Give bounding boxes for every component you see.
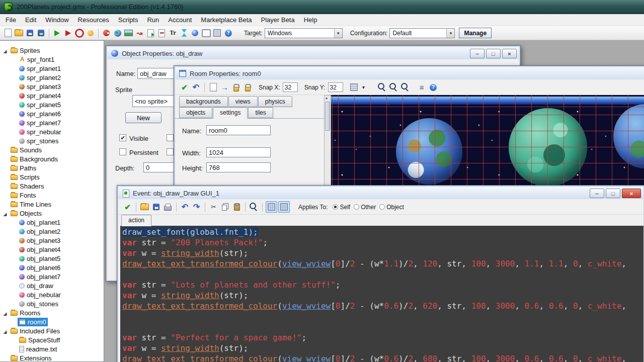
create-script-icon[interactable] bbox=[145, 28, 156, 38]
collapse-arrow-icon[interactable] bbox=[1, 210, 9, 217]
tree-item-obj-stones[interactable]: obj_stones bbox=[0, 299, 104, 308]
tree-item-backgrounds[interactable]: Backgrounds bbox=[0, 154, 104, 163]
tree-item-spacestuff[interactable]: SpaceStuff bbox=[0, 335, 104, 344]
room-width-input[interactable]: 1024 bbox=[206, 147, 271, 157]
code-line[interactable]: var str = "200 Planets Pack!"; bbox=[122, 237, 643, 248]
tree-item-spr-planet7[interactable]: spr_planet7 bbox=[0, 118, 104, 127]
menu-item-account[interactable]: Account bbox=[164, 15, 196, 25]
applies-self-radio[interactable]: Self bbox=[333, 204, 350, 211]
tree-item-spr-planet1[interactable]: spr_planet1 bbox=[0, 64, 104, 73]
tab-physics[interactable]: physics bbox=[258, 96, 292, 107]
cut-icon[interactable] bbox=[208, 202, 219, 212]
tree-item-spr-planet3[interactable]: spr_planet3 bbox=[0, 82, 104, 91]
tree-item-obj-nebular[interactable]: obj_nebular bbox=[0, 290, 104, 299]
snap-x-input[interactable]: 32 bbox=[283, 82, 298, 92]
confirm-code-icon[interactable] bbox=[122, 202, 133, 212]
tree-item-obj-planet2[interactable]: obj_planet2 bbox=[0, 227, 104, 236]
code-line[interactable]: var w = string_width(str); bbox=[122, 290, 643, 301]
open-project-icon[interactable] bbox=[14, 28, 24, 38]
tree-item-fonts[interactable]: Fonts bbox=[0, 191, 104, 200]
menu-item-resources[interactable]: Resources bbox=[73, 15, 114, 25]
manage-button[interactable]: Manage bbox=[459, 28, 492, 38]
undo-icon[interactable] bbox=[180, 202, 190, 212]
tree-item-obj-planet4[interactable]: obj_planet4 bbox=[0, 245, 104, 254]
menu-item-scripts[interactable]: Scripts bbox=[114, 15, 143, 25]
code-line[interactable]: var str = "Perfect for a space game!"; bbox=[122, 332, 643, 343]
tree-item-readme-txt[interactable]: readme.txt bbox=[0, 344, 104, 353]
solid-checkbox[interactable] bbox=[167, 134, 174, 141]
minimize-button[interactable] bbox=[590, 189, 604, 198]
event-window-title-bar[interactable]: Event: obj_draw_Draw GUI_1 bbox=[118, 187, 643, 200]
undo-icon[interactable] bbox=[191, 82, 201, 93]
create-object-icon[interactable] bbox=[190, 28, 200, 38]
zoom-out-icon[interactable] bbox=[388, 82, 399, 93]
tab-settings[interactable]: settings bbox=[213, 107, 248, 119]
lock-instances-icon[interactable] bbox=[231, 82, 242, 93]
room-name-input[interactable]: room0 bbox=[206, 125, 271, 135]
tree-item-obj-planet5[interactable]: obj_planet5 bbox=[0, 254, 104, 263]
menu-item-file[interactable]: File bbox=[1, 15, 21, 25]
applies-object-radio[interactable]: Object bbox=[379, 204, 404, 211]
check-syntax-toggle-button[interactable] bbox=[266, 201, 277, 213]
tree-item-spr-planet2[interactable]: spr_planet2 bbox=[0, 73, 104, 82]
close-button[interactable] bbox=[622, 189, 641, 198]
tree-item-paths[interactable]: Paths bbox=[0, 163, 104, 172]
create-room-icon[interactable] bbox=[201, 28, 211, 38]
print-code-icon[interactable] bbox=[163, 202, 173, 212]
create-shader-icon[interactable] bbox=[156, 28, 167, 38]
search-icon[interactable] bbox=[249, 202, 259, 212]
tree-item-shaders[interactable]: Shaders bbox=[0, 182, 104, 191]
physics-checkbox[interactable] bbox=[167, 148, 174, 155]
stop-icon[interactable] bbox=[74, 28, 85, 38]
goto-line-toggle-button[interactable] bbox=[278, 201, 290, 213]
zoom-reset-icon[interactable] bbox=[400, 82, 411, 93]
tab-tiles[interactable]: tiles bbox=[248, 107, 273, 118]
create-path-icon[interactable] bbox=[134, 28, 145, 38]
snap-y-input[interactable]: 32 bbox=[328, 82, 343, 92]
menu-item-marketplace-beta[interactable]: Marketplace Beta bbox=[196, 15, 256, 25]
applies-other-radio[interactable]: Other bbox=[354, 204, 376, 211]
tree-item-time-lines[interactable]: Time Lines bbox=[0, 200, 104, 209]
save-project-icon[interactable] bbox=[25, 28, 35, 38]
close-button[interactable] bbox=[502, 49, 517, 58]
menu-item-help[interactable]: Help bbox=[299, 15, 322, 25]
room-help-icon[interactable] bbox=[428, 82, 439, 93]
code-line[interactable]: draw_text_ext_transformed_colour(view_wv… bbox=[122, 353, 643, 362]
tree-item-spr-planet5[interactable]: spr_planet5 bbox=[0, 100, 104, 109]
tree-item-spr-stones[interactable]: spr_stones bbox=[0, 136, 104, 145]
tree-item-spr-planet6[interactable]: spr_planet6 bbox=[0, 109, 104, 118]
target-select[interactable]: Windows bbox=[265, 28, 343, 38]
create-executable-icon[interactable] bbox=[36, 28, 46, 38]
collapse-arrow-icon[interactable] bbox=[1, 309, 9, 317]
depth-input[interactable]: 0 bbox=[143, 162, 175, 172]
tree-item-extensions[interactable]: Extensions bbox=[0, 353, 104, 362]
room-window-title-bar[interactable]: Room Properties: room0 bbox=[175, 67, 644, 80]
room-height-input[interactable]: 768 bbox=[206, 162, 271, 172]
tree-item-sprites[interactable]: Sprites bbox=[0, 46, 104, 55]
persistent-checkbox[interactable] bbox=[119, 148, 126, 155]
code-line[interactable]: var w = string_width(str); bbox=[122, 248, 643, 258]
code-line[interactable] bbox=[122, 322, 643, 332]
maximize-button[interactable] bbox=[486, 49, 501, 58]
create-background-icon[interactable] bbox=[123, 28, 134, 38]
tree-item-included-files[interactable]: Included Files bbox=[0, 326, 104, 335]
tab-action[interactable]: action bbox=[121, 215, 151, 226]
tree-item-obj-draw[interactable]: obj_draw bbox=[0, 281, 104, 290]
code-line[interactable]: draw_text_ext_transformed_colour(view_wv… bbox=[122, 301, 643, 311]
help-icon[interactable] bbox=[223, 28, 233, 38]
unlock-instances-icon[interactable] bbox=[243, 82, 253, 93]
pause-icon[interactable] bbox=[85, 28, 96, 38]
grid-toggle-button[interactable] bbox=[348, 81, 360, 93]
tree-item-objects[interactable]: Objects bbox=[0, 209, 104, 218]
tab-views[interactable]: views bbox=[228, 96, 258, 107]
dropdown-arrow-icon[interactable] bbox=[446, 29, 454, 38]
tree-item-obj-planet7[interactable]: obj_planet7 bbox=[0, 272, 104, 281]
run-debug-icon[interactable] bbox=[63, 28, 73, 38]
tree-item-obj-planet1[interactable]: obj_planet1 bbox=[0, 218, 104, 227]
code-line[interactable]: draw_set_font(global.fnt_1); bbox=[122, 227, 643, 237]
tree-item-scripts[interactable]: Scripts bbox=[0, 172, 104, 182]
menu-item-window[interactable]: Window bbox=[41, 15, 73, 25]
zoom-in-icon[interactable] bbox=[377, 82, 387, 93]
shift-instances-icon[interactable] bbox=[219, 82, 230, 93]
clear-room-icon[interactable] bbox=[208, 82, 218, 93]
